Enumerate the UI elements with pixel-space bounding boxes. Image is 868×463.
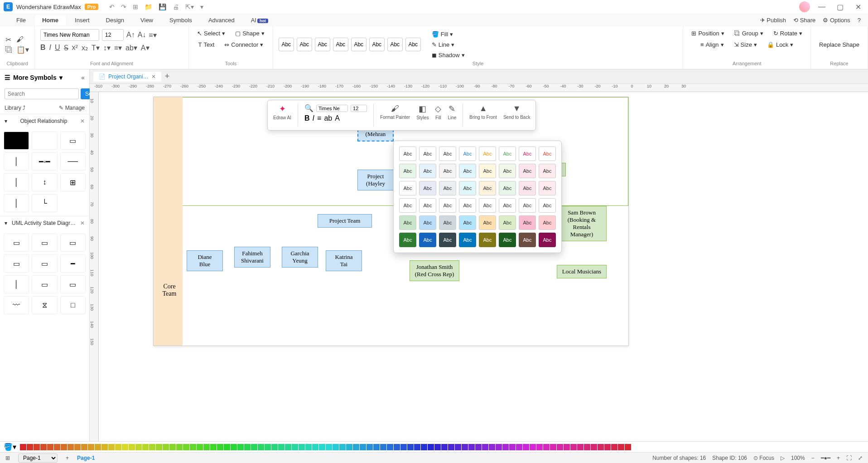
float-align-icon[interactable]: ≡ <box>317 114 321 122</box>
style-swatch[interactable]: Abc <box>519 146 536 161</box>
bring-front-button[interactable]: ▲Bring to Front <box>469 104 497 120</box>
color-swatch[interactable] <box>502 444 509 450</box>
style-swatch[interactable]: Abc <box>539 233 556 247</box>
style-swatch[interactable]: Abc <box>439 198 456 213</box>
fill-button[interactable]: 🪣 Fill▾ <box>429 30 468 39</box>
shape-item[interactable]: └ <box>32 194 57 212</box>
align-button[interactable]: ≡ Align▾ <box>698 40 727 49</box>
color-swatch[interactable] <box>292 444 298 450</box>
color-swatch[interactable] <box>285 444 291 450</box>
color-swatch[interactable] <box>169 444 176 450</box>
shape-item[interactable]: 〰 <box>4 296 29 314</box>
color-swatch[interactable] <box>217 444 223 450</box>
style-swatch[interactable]: Abc <box>459 164 476 178</box>
style-swatch[interactable]: Abc <box>479 198 496 213</box>
color-swatch[interactable] <box>129 444 135 450</box>
select-button[interactable]: ↖ Select▾ <box>194 29 228 38</box>
color-swatch[interactable] <box>448 444 454 450</box>
menu-design[interactable]: Design <box>99 15 131 25</box>
style-swatch[interactable]: Abc <box>439 233 456 247</box>
style-swatches[interactable]: Abc Abc Abc Abc Abc Abc Abc Abc <box>279 38 421 51</box>
color-swatch[interactable] <box>360 444 366 450</box>
style-swatch[interactable]: Abc <box>399 181 416 195</box>
shape-item[interactable]: │ <box>4 194 29 212</box>
color-swatch[interactable] <box>400 444 407 450</box>
color-swatch[interactable] <box>530 444 536 450</box>
color-swatch[interactable] <box>265 444 271 450</box>
color-swatch[interactable] <box>516 444 522 450</box>
format-painter-button[interactable]: 🖌Format Painter <box>380 104 410 120</box>
style-swatch[interactable]: Abc <box>519 198 536 213</box>
style-swatch[interactable]: Abc <box>419 215 436 230</box>
node-garchia[interactable]: Garchia Yeung <box>282 247 318 268</box>
shape-item[interactable]: ⊞ <box>60 173 86 191</box>
text-button[interactable]: T Text <box>195 40 217 49</box>
format-painter-icon[interactable]: 🖌 <box>16 35 29 44</box>
color-swatch[interactable] <box>95 444 101 450</box>
zoom-in-icon[interactable]: + <box>837 455 840 461</box>
search-icon[interactable]: 🔍 <box>304 104 313 112</box>
style-swatch[interactable]: Abc <box>479 215 496 230</box>
style-swatch[interactable]: Abc <box>459 181 476 195</box>
color-swatch[interactable] <box>210 444 217 450</box>
node-team[interactable]: Project Team <box>318 214 372 228</box>
shape-item[interactable]: ── <box>60 152 86 171</box>
color-swatch[interactable] <box>54 444 60 450</box>
color-swatch[interactable] <box>441 444 448 450</box>
position-button[interactable]: ⊞ Position▾ <box>689 29 727 38</box>
color-swatch[interactable] <box>550 444 556 450</box>
menu-insert[interactable]: Insert <box>68 15 97 25</box>
float-fill-button[interactable]: ◇Fill <box>435 104 441 120</box>
color-swatch[interactable] <box>251 444 257 450</box>
style-swatch[interactable]: Abc <box>479 146 496 161</box>
group-button[interactable]: ⿻ Group▾ <box>732 29 766 38</box>
style-swatch[interactable]: Abc <box>399 233 416 247</box>
new-icon[interactable]: ⊞ <box>133 3 138 10</box>
color-swatch[interactable] <box>305 444 312 450</box>
node-fahimeh[interactable]: Fahimeh Shivarani <box>234 247 270 268</box>
color-swatch[interactable] <box>577 444 583 450</box>
list-icon[interactable]: ≡▾ <box>114 44 122 52</box>
play-icon[interactable]: ▷ <box>781 455 785 461</box>
color-swatch[interactable] <box>108 444 115 450</box>
zoom-slider[interactable]: ━●━ <box>821 455 830 461</box>
rotate-button[interactable]: ↻ Rotate▾ <box>771 29 805 38</box>
color-swatch[interactable] <box>591 444 597 450</box>
color-swatch[interactable] <box>176 444 183 450</box>
shape-item[interactable]: ━◦━ <box>32 152 57 171</box>
style-swatch[interactable]: Abc <box>499 164 516 178</box>
color-swatch[interactable] <box>564 444 570 450</box>
float-bold-icon[interactable]: B <box>304 114 310 122</box>
color-swatch[interactable] <box>40 444 47 450</box>
color-swatch[interactable] <box>625 444 631 450</box>
style-swatch[interactable]: Abc <box>419 164 436 178</box>
style-swatch[interactable]: Abc <box>539 215 556 230</box>
category-uml[interactable]: ▾ UML Activity State Diagr…✕ <box>0 216 89 230</box>
color-picker-icon[interactable]: 🪣▾ <box>4 443 16 451</box>
manage-link[interactable]: ✎ Manage <box>59 105 85 111</box>
style-swatch[interactable]: Abc <box>539 198 556 213</box>
fullscreen-icon[interactable]: ⤢ <box>858 455 863 461</box>
node-katrina[interactable]: Katrina Tai <box>326 250 362 271</box>
style-swatch[interactable]: Abc <box>519 215 536 230</box>
style-swatch[interactable]: Abc <box>419 233 436 247</box>
size-button[interactable]: ⇲ Size▾ <box>731 40 760 49</box>
increase-font-icon[interactable]: A↑ <box>126 31 135 39</box>
maximize-icon[interactable]: ▢ <box>834 0 846 13</box>
color-swatch[interactable] <box>421 444 427 450</box>
fit-icon[interactable]: ⛶ <box>846 455 852 461</box>
undo-icon[interactable]: ↶ <box>109 3 115 10</box>
style-swatch[interactable]: Abc <box>479 181 496 195</box>
edraw-ai-button[interactable]: ✦Edraw AI <box>273 104 291 120</box>
color-swatch[interactable] <box>428 444 434 450</box>
style-swatch[interactable]: Abc <box>399 164 416 178</box>
color-swatch[interactable] <box>543 444 550 450</box>
color-swatch[interactable] <box>190 444 196 450</box>
color-swatch[interactable] <box>101 444 108 450</box>
strike-icon[interactable]: S̶ <box>64 44 68 52</box>
library-link[interactable]: Library ⤴ <box>5 105 25 111</box>
styles-button[interactable]: ◧Styles <box>416 104 429 120</box>
close-tab-icon[interactable]: ✕ <box>151 73 156 80</box>
color-swatch[interactable] <box>244 444 251 450</box>
color-swatch[interactable] <box>299 444 305 450</box>
